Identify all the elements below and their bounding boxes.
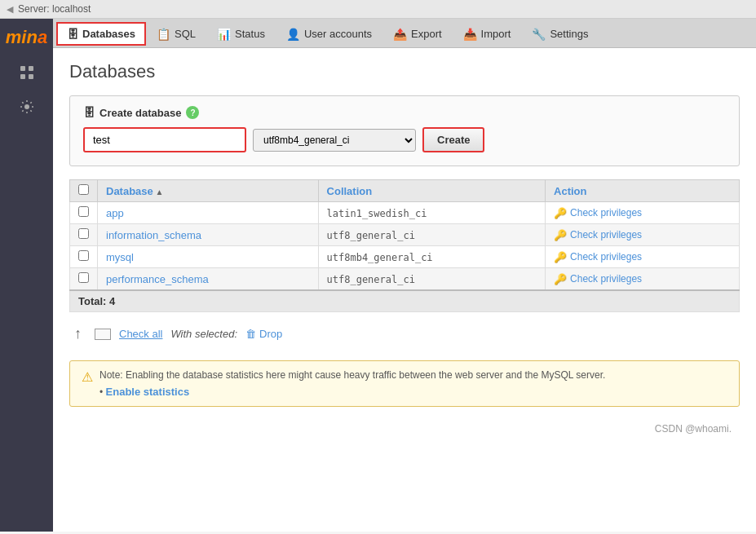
database-column-header[interactable]: Database: [98, 180, 319, 202]
drop-link[interactable]: 🗑 Drop: [245, 328, 282, 340]
top-bar: ◀ Server: localhost: [0, 0, 756, 19]
privileges-icon: 🔑: [554, 207, 567, 219]
bullet: •: [99, 386, 106, 398]
warning-icon: ⚠: [82, 369, 93, 385]
enable-statistics-link[interactable]: Enable statistics: [106, 386, 190, 398]
action-column-header: Action: [546, 180, 740, 202]
collation-value: utf8mb4_general_ci: [327, 252, 433, 263]
database-name-cell: information_schema: [98, 224, 319, 246]
collation-cell: utf8_general_ci: [318, 224, 546, 246]
table-row: information_schema utf8_general_ci 🔑 Che…: [70, 224, 740, 246]
check-privileges-link[interactable]: 🔑 Check privileges: [554, 273, 731, 285]
page-title: Databases: [69, 61, 740, 82]
collation-value: utf8_general_ci: [327, 230, 415, 241]
check-all-header: [70, 180, 98, 202]
databases-table: Database Collation Action app latin1_swe…: [69, 179, 740, 312]
row-checkbox-cell: [70, 268, 98, 291]
note-text: Note: Enabling the database statistics h…: [99, 369, 605, 381]
row-checkbox-cell: [70, 246, 98, 268]
sidebar: mina: [0, 19, 53, 532]
user-accounts-icon: 👤: [286, 28, 300, 41]
settings-icon: 🔧: [532, 28, 546, 41]
table-row: performance_schema utf8_general_ci 🔑 Che…: [70, 268, 740, 291]
table-row: app latin1_swedish_ci 🔑 Check privileges: [70, 202, 740, 224]
tab-status[interactable]: 📊 Status: [206, 22, 276, 46]
row-checkbox[interactable]: [78, 250, 89, 261]
database-name-input[interactable]: [83, 127, 246, 152]
tab-databases[interactable]: 🗄 Databases: [56, 22, 146, 46]
tab-export[interactable]: 📤 Export: [382, 22, 453, 46]
database-name-cell: app: [98, 202, 319, 224]
drop-icon: 🗑: [245, 328, 256, 340]
collation-column-header: Collation: [318, 180, 546, 202]
action-cell: 🔑 Check privileges: [546, 224, 740, 246]
privileges-icon: 🔑: [554, 251, 567, 263]
create-db-inputs: utf8mb4_general_ciutf8_general_cilatin1_…: [83, 127, 726, 152]
action-cell: 🔑 Check privileges: [546, 246, 740, 268]
actions-checkbox[interactable]: [95, 329, 111, 340]
action-cell: 🔑 Check privileges: [546, 268, 740, 291]
databases-icon: 🗄: [67, 28, 78, 41]
total-count: Total: 4: [70, 290, 740, 312]
check-privileges-link[interactable]: 🔑 Check privileges: [554, 207, 731, 219]
create-button[interactable]: Create: [422, 127, 484, 152]
export-icon: 📤: [393, 28, 407, 41]
svg-rect-1: [29, 66, 33, 71]
actions-bar: ↑ Check all With selected: 🗑 Drop: [69, 319, 740, 349]
svg-point-4: [24, 104, 29, 109]
sql-icon: 📋: [157, 28, 170, 41]
collation-value: latin1_swedish_ci: [327, 208, 427, 219]
database-link[interactable]: app: [106, 207, 124, 219]
tab-user-accounts[interactable]: 👤 User accounts: [276, 22, 382, 46]
sidebar-item-home[interactable]: [9, 58, 45, 87]
nav-tabs: 🗄 Databases 📋 SQL 📊 Status 👤 User accoun…: [53, 19, 756, 48]
content-area: Databases 🗄 Create database ? utf8mb4_ge…: [53, 48, 756, 532]
main: 🗄 Databases 📋 SQL 📊 Status 👤 User accoun…: [53, 19, 756, 532]
help-icon[interactable]: ?: [186, 106, 199, 119]
back-arrow[interactable]: ↑: [69, 324, 86, 344]
create-db-icon: 🗄: [83, 106, 95, 119]
with-selected-label: With selected:: [170, 328, 237, 340]
privileges-icon: 🔑: [554, 229, 567, 241]
back-icon[interactable]: ◀: [7, 4, 13, 15]
database-link[interactable]: performance_schema: [106, 273, 209, 285]
svg-rect-0: [20, 66, 25, 71]
watermark: CSDN @whoami.: [69, 423, 740, 435]
select-all-checkbox[interactable]: [78, 184, 89, 195]
tab-settings[interactable]: 🔧 Settings: [521, 22, 599, 46]
row-checkbox[interactable]: [78, 228, 89, 239]
database-link[interactable]: mysql: [106, 251, 134, 263]
sidebar-item-settings[interactable]: [9, 92, 45, 121]
collation-value: utf8_general_ci: [327, 274, 415, 285]
server-label: Server: localhost: [18, 3, 91, 15]
row-checkbox-cell: [70, 202, 98, 224]
database-name-cell: performance_schema: [98, 268, 319, 291]
database-name-cell: mysql: [98, 246, 319, 268]
privileges-icon: 🔑: [554, 273, 567, 285]
row-checkbox[interactable]: [78, 206, 89, 217]
check-privileges-link[interactable]: 🔑 Check privileges: [554, 229, 731, 241]
database-link[interactable]: information_schema: [106, 229, 201, 241]
sidebar-logo: mina: [0, 25, 53, 53]
row-checkbox[interactable]: [78, 272, 89, 283]
row-checkbox-cell: [70, 224, 98, 246]
svg-rect-2: [20, 74, 25, 79]
note-box: ⚠ Note: Enabling the database statistics…: [69, 360, 740, 407]
collation-cell: latin1_swedish_ci: [318, 202, 546, 224]
table-row: mysql utf8mb4_general_ci 🔑 Check privile…: [70, 246, 740, 268]
create-db-label: 🗄 Create database ?: [83, 106, 726, 119]
create-database-section: 🗄 Create database ? utf8mb4_general_ciut…: [69, 95, 740, 166]
svg-rect-3: [29, 74, 33, 79]
check-all-label[interactable]: Check all: [119, 328, 162, 340]
check-privileges-link[interactable]: 🔑 Check privileges: [554, 251, 731, 263]
tab-import[interactable]: 📥 Import: [453, 22, 522, 46]
status-icon: 📊: [217, 28, 231, 41]
import-icon: 📥: [463, 28, 477, 41]
tab-sql[interactable]: 📋 SQL: [146, 22, 206, 46]
collation-cell: utf8mb4_general_ci: [318, 246, 546, 268]
collation-select[interactable]: utf8mb4_general_ciutf8_general_cilatin1_…: [253, 129, 416, 152]
action-cell: 🔑 Check privileges: [546, 202, 740, 224]
collation-cell: utf8_general_ci: [318, 268, 546, 291]
